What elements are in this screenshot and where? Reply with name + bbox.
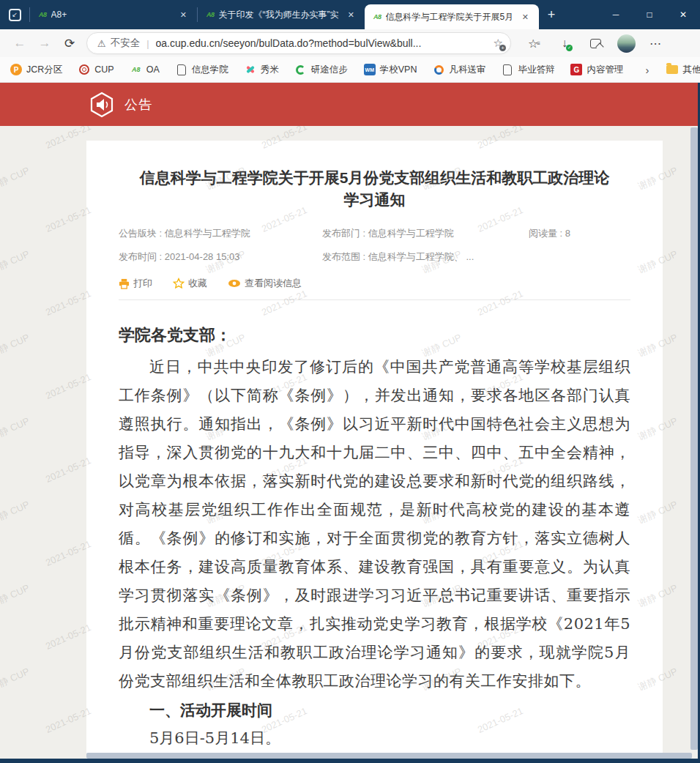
document-actions: 打印 收藏 查看阅读信息 [119,277,630,290]
bookmark-biyedabian[interactable]: 毕业答辩 [502,64,554,76]
window-bottom-edge [0,759,700,763]
watermark-text: 谢静 CUP [0,164,31,193]
vpn-badge-icon: WM [364,64,376,75]
view-read-info-button[interactable]: 查看阅读信息 [228,277,302,290]
bookmark-label: 学校VPN [380,64,417,76]
bookmark-label: 信息学院 [192,64,228,76]
bookmarks-overflow-chevron[interactable]: › [639,64,655,76]
watermark-text: 2021-05-21 [44,455,93,485]
watermark-text: 谢静 CUP [0,665,31,694]
tab-close-icon[interactable]: ✕ [345,9,357,21]
bookmark-jcr[interactable]: P JCR分区 [10,64,62,76]
tab-document2[interactable]: A8 关于印发《“我为师生办实事”实 ✕ [198,0,365,29]
url-text[interactable]: oa.cup.edu.cn/seeyon/bulData.do?method=b… [156,37,494,49]
other-favorites-label: 其他收藏夹 [682,64,700,76]
tab-close-icon[interactable]: ✕ [177,9,190,21]
other-favorites-button[interactable]: 其他收藏夹 [666,64,700,76]
minimize-button[interactable]: ─ [599,0,633,29]
print-button[interactable]: 打印 [119,277,152,290]
cms-g-icon: G [570,64,582,75]
watermark-text: 2021-05-21 [44,204,93,234]
announcement-banner: 公告 [0,83,700,126]
actions-divider [119,299,630,300]
plus-glyph: + [499,45,506,51]
section-1-heading: 一、活动开展时间 [119,696,630,724]
page-icon [176,64,187,75]
tab-a8[interactable]: A8 A8+ ✕ [30,0,197,29]
bookmarks-bar: P JCR分区 CUP A8 OA 信息学院 秀米 研途信步 WM 学校VPN [0,57,700,83]
add-favorite-icon[interactable]: ☆+ [494,37,503,50]
folder-icon [666,65,678,74]
watermark-text: 2021-05-21 [44,288,93,318]
tab-active-announcement[interactable]: A8 信息科学与工程学院关于开展5月 ✕ [365,4,539,29]
watermark-text: 谢静 CUP [0,331,31,360]
bookmark-label: 毕业答辩 [518,64,554,76]
bookmark-cup[interactable]: CUP [78,64,113,75]
jcr-icon: P [10,64,22,75]
star-icon [173,278,185,289]
pill-divider: | [146,38,149,49]
tab-label: A8+ [51,10,173,20]
web-capture-icon [590,39,601,48]
tab-label: 信息科学与工程学院关于开展5月 [386,11,515,23]
profile-button[interactable] [614,32,638,54]
a8-favicon-icon: A8 [373,13,381,21]
banner-title: 公告 [124,96,152,113]
forward-button[interactable]: → [32,32,57,54]
a8-favicon-icon: A8 [206,11,215,18]
watermark-text: 2021-05-21 [44,126,93,151]
bookmark-label: 秀米 [261,64,279,76]
horizontal-scrollbar[interactable] [86,753,692,759]
print-label: 打印 [133,277,152,290]
eye-icon [228,278,241,289]
download-check-icon: ✓ [566,45,573,51]
maximize-button[interactable]: □ [633,0,666,29]
more-menu-button[interactable]: ⋯ [643,32,668,54]
cup-emblem-icon [78,64,90,75]
meta-publish-dept: 发布部门 : 信息科学与工程学院 [322,227,529,240]
greeting-line: 学院各党支部： [119,324,630,346]
tab-bar: ↙ A8 A8+ ✕ A8 关于印发《“我为师生办实事”实 ✕ A8 信息科学与… [0,0,700,29]
browser-window: ↙ A8 A8+ ✕ A8 关于印发《“我为师生办实事”实 ✕ A8 信息科学与… [0,0,700,763]
favorite-label: 收藏 [188,277,207,290]
meta-read-count: 阅读量 : 8 [529,227,630,240]
web-capture-button[interactable] [583,32,608,54]
bookmark-xiumi[interactable]: 秀米 [245,64,279,76]
xiumi-x-icon [245,64,256,75]
favorite-button[interactable]: 收藏 [173,277,207,290]
favorites-button[interactable]: ☆≡ [521,32,546,54]
vertical-scrollbar[interactable] [690,127,698,750]
page-content: 公告 信息科学与工程学院关于开展5月份党支部组织生活和教职工政治理论学习通知 公… [0,83,700,763]
address-bar[interactable]: ⚠ 不安全 | oa.cup.edu.cn/seeyon/bulData.do?… [86,32,511,54]
watermark-text: 2021-05-21 [44,538,93,568]
section-1-body: 5月6日-5月14日。 [119,724,630,753]
close-button[interactable]: ✕ [666,0,700,29]
watermark-text: 谢静 CUP [0,498,31,527]
downloads-button[interactable]: ↓ ✓ [552,32,577,54]
tab-actions-menu-button[interactable]: ↙ [0,0,29,29]
bookmark-oa[interactable]: A8 OA [130,64,160,75]
bookmark-vpn[interactable]: WM 学校VPN [364,64,417,76]
favorites-lines-icon: ≡ [537,40,540,47]
fanke-ring-icon [433,64,444,75]
bookmark-fanke[interactable]: 凡科送审 [433,64,485,76]
watermark-text: 2021-05-21 [44,705,93,735]
watermark-text: 2021-05-21 [44,371,93,401]
refresh-button[interactable]: ⟳ [57,32,82,54]
new-tab-button[interactable]: + [539,2,564,27]
avatar [617,34,636,53]
bookmark-cms[interactable]: G 内容管理 [570,64,623,76]
announcement-meta: 公告版块 : 信息科学与工程学院 发布部门 : 信息科学与工程学院 阅读量 : … [119,227,630,264]
printer-icon [119,278,130,289]
bookmark-label: 凡科送审 [449,64,485,76]
bookmark-label: JCR分区 [26,64,62,76]
bookmark-xinxixueyuan[interactable]: 信息学院 [176,64,228,76]
watermark-text: 2021-05-21 [44,622,93,652]
body-paragraph: 近日，中共中央印发了修订后的《中国共产党普通高等学校基层组织工作条例》（以下简称… [119,353,630,696]
bookmark-label: 内容管理 [587,64,623,76]
watermark-text: 谢静 CUP [0,581,31,611]
back-button[interactable]: ← [7,32,32,54]
bookmark-yantuxinbu[interactable]: 研途信步 [295,64,348,76]
document-viewport[interactable]: 信息科学与工程学院关于开展5月份党支部组织生活和教职工政治理论学习通知 公告版块… [0,126,698,759]
tab-close-icon[interactable]: ✕ [519,11,532,23]
